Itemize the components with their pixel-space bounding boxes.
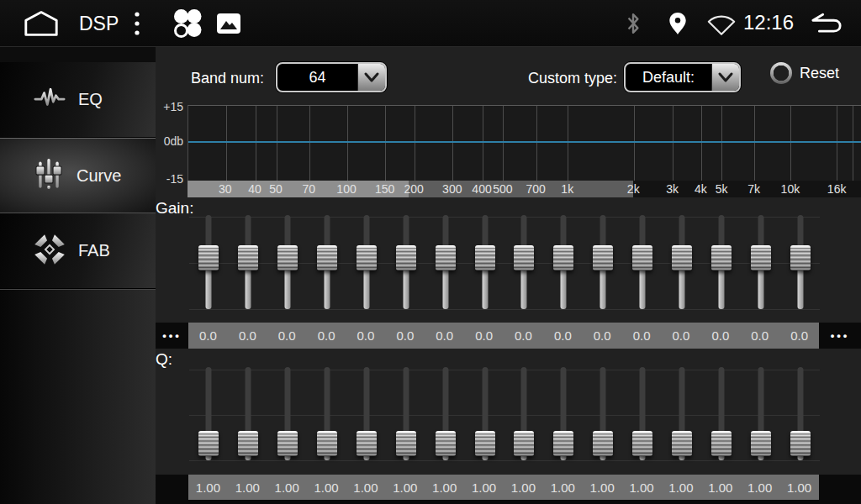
clock: 12:16 <box>743 0 794 47</box>
gain-slider[interactable] <box>268 207 308 323</box>
chevron-down-icon[interactable] <box>711 64 739 91</box>
q-slider[interactable] <box>663 363 702 475</box>
q-slider[interactable] <box>544 363 584 475</box>
gain-slider[interactable] <box>584 207 623 323</box>
waveform-icon <box>34 86 66 114</box>
q-slider[interactable] <box>268 363 308 475</box>
q-slider[interactable] <box>347 363 387 475</box>
launcher-clover-icon[interactable] <box>171 7 204 40</box>
slider-thumb[interactable] <box>357 245 377 270</box>
gain-slider[interactable] <box>780 207 820 323</box>
gain-slider[interactable] <box>504 207 544 323</box>
q-slider[interactable] <box>308 363 347 475</box>
slider-thumb[interactable] <box>632 245 652 270</box>
q-value: 1.00 <box>346 475 386 500</box>
grid-vline <box>483 106 483 181</box>
gain-more-left-button[interactable]: ••• <box>156 323 188 349</box>
q-slider[interactable] <box>584 363 623 475</box>
gain-slider[interactable] <box>465 207 504 323</box>
slider-thumb[interactable] <box>672 431 692 456</box>
slider-thumb[interactable] <box>436 431 456 456</box>
freq-tick-label: 3k <box>666 181 679 197</box>
slider-thumb[interactable] <box>277 431 298 456</box>
slider-thumb[interactable] <box>357 431 377 456</box>
freq-tick-label: 40 <box>248 181 261 197</box>
q-slider[interactable] <box>465 363 504 475</box>
slider-thumb[interactable] <box>593 431 613 456</box>
slider-thumb[interactable] <box>198 431 219 456</box>
slider-thumb[interactable] <box>751 245 771 270</box>
q-slider[interactable] <box>425 363 465 475</box>
gain-slider[interactable] <box>386 207 425 323</box>
q-slider[interactable] <box>623 363 663 475</box>
slider-thumb[interactable] <box>711 431 732 456</box>
slider-thumb[interactable] <box>475 245 495 270</box>
q-slider[interactable] <box>780 363 820 475</box>
q-slider[interactable] <box>229 363 268 475</box>
reset-radio-icon[interactable] <box>770 62 792 84</box>
gain-slider[interactable] <box>347 207 387 323</box>
gain-slider[interactable] <box>229 207 268 323</box>
eq-plot[interactable] <box>188 105 861 181</box>
gain-slider[interactable] <box>663 207 702 323</box>
reset-button[interactable]: Reset <box>770 62 839 84</box>
dsp-app-screen: DSP <box>0 0 861 504</box>
slider-thumb[interactable] <box>632 431 652 456</box>
sliders-icon <box>34 158 64 193</box>
q-slider[interactable] <box>386 363 425 475</box>
sidebar-item-label: FAB <box>78 241 110 260</box>
y-tick-label: 0db <box>164 134 183 148</box>
gain-slider[interactable] <box>544 207 584 323</box>
q-slider[interactable] <box>741 363 780 475</box>
q-slider[interactable] <box>189 363 229 475</box>
gain-slider[interactable] <box>623 207 663 323</box>
slider-thumb[interactable] <box>514 431 534 456</box>
q-slider[interactable] <box>701 363 741 475</box>
slider-thumb[interactable] <box>553 431 573 456</box>
slider-thumb[interactable] <box>790 245 811 270</box>
gain-more-right-button[interactable]: ••• <box>819 323 861 349</box>
gain-slider[interactable] <box>701 207 741 323</box>
slider-thumb[interactable] <box>593 245 613 270</box>
slider-thumb[interactable] <box>396 431 416 456</box>
gain-value: 0.0 <box>425 323 464 349</box>
slider-thumb[interactable] <box>436 245 456 270</box>
slider-thumb[interactable] <box>672 245 692 270</box>
freq-tick-label: 16k <box>827 181 847 197</box>
slider-thumb[interactable] <box>238 245 258 270</box>
slider-thumb[interactable] <box>198 245 219 270</box>
gain-value: 0.0 <box>346 323 386 349</box>
home-icon[interactable] <box>22 9 61 38</box>
overflow-menu-icon[interactable] <box>133 9 141 38</box>
band-num-select[interactable]: 64 <box>276 62 387 92</box>
slider-thumb[interactable] <box>711 245 732 270</box>
slider-thumb[interactable] <box>396 245 416 270</box>
slider-thumb[interactable] <box>238 431 258 456</box>
slider-thumb[interactable] <box>475 431 495 456</box>
sidebar-item-fab[interactable]: FAB <box>0 213 156 289</box>
y-tick-label: -15 <box>166 172 183 186</box>
slider-thumb[interactable] <box>514 245 534 270</box>
slider-thumb[interactable] <box>553 245 573 270</box>
eq-curve-line <box>188 141 861 143</box>
q-value: 1.00 <box>228 475 267 500</box>
slider-thumb[interactable] <box>317 431 337 456</box>
slider-thumb[interactable] <box>751 431 771 456</box>
gain-slider[interactable] <box>308 207 347 323</box>
q-slider[interactable] <box>504 363 544 475</box>
gallery-icon[interactable] <box>216 13 241 34</box>
slider-thumb[interactable] <box>277 245 298 270</box>
slider-thumb[interactable] <box>790 431 811 456</box>
chevron-down-icon[interactable] <box>357 64 385 91</box>
back-icon[interactable] <box>807 12 846 35</box>
gain-slider[interactable] <box>425 207 465 323</box>
freq-tick-label: 70 <box>302 181 315 197</box>
custom-type-select[interactable]: Default: <box>624 62 741 92</box>
custom-type-label: Custom type: <box>528 70 617 87</box>
gain-slider[interactable] <box>189 207 229 323</box>
gain-slider[interactable] <box>741 207 780 323</box>
frequency-axis[interactable]: 304050701001502003004005007001k2k3k4k5k7… <box>188 181 861 197</box>
sidebar-item-eq[interactable]: EQ <box>0 62 156 138</box>
sidebar-item-curve[interactable]: Curve <box>0 138 156 213</box>
slider-thumb[interactable] <box>317 245 337 270</box>
